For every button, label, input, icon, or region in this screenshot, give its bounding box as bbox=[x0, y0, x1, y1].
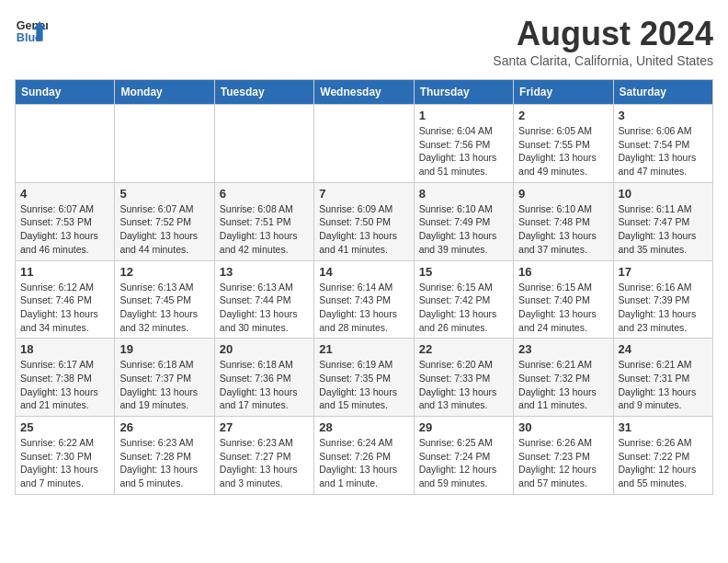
day-number: 30 bbox=[518, 420, 608, 434]
calendar-cell: 2Sunrise: 6:05 AM Sunset: 7:55 PM Daylig… bbox=[514, 105, 613, 183]
day-number: 28 bbox=[319, 420, 408, 434]
calendar-cell: 6Sunrise: 6:08 AM Sunset: 7:51 PM Daylig… bbox=[214, 182, 313, 260]
day-info: Sunrise: 6:21 AM Sunset: 7:31 PM Dayligh… bbox=[619, 358, 708, 412]
day-info: Sunrise: 6:12 AM Sunset: 7:46 PM Dayligh… bbox=[20, 281, 109, 335]
day-number: 25 bbox=[20, 420, 109, 434]
day-number: 26 bbox=[119, 420, 209, 434]
day-number: 29 bbox=[419, 420, 508, 434]
calendar-cell: 30Sunrise: 6:26 AM Sunset: 7:23 PM Dayli… bbox=[514, 417, 613, 495]
calendar-cell: 25Sunrise: 6:22 AM Sunset: 7:30 PM Dayli… bbox=[16, 417, 115, 495]
day-number: 4 bbox=[20, 187, 109, 201]
day-info: Sunrise: 6:05 AM Sunset: 7:55 PM Dayligh… bbox=[518, 124, 608, 178]
month-year-title: August 2024 bbox=[493, 15, 713, 53]
calendar-cell: 22Sunrise: 6:20 AM Sunset: 7:33 PM Dayli… bbox=[414, 339, 513, 417]
day-info: Sunrise: 6:07 AM Sunset: 7:53 PM Dayligh… bbox=[20, 202, 109, 257]
logo-icon: General Blue bbox=[15, 15, 48, 48]
calendar-cell: 23Sunrise: 6:21 AM Sunset: 7:32 PM Dayli… bbox=[514, 339, 613, 417]
calendar-cell: 10Sunrise: 6:11 AM Sunset: 7:47 PM Dayli… bbox=[613, 182, 712, 260]
day-info: Sunrise: 6:20 AM Sunset: 7:33 PM Dayligh… bbox=[419, 358, 508, 412]
day-info: Sunrise: 6:16 AM Sunset: 7:39 PM Dayligh… bbox=[619, 281, 708, 335]
day-info: Sunrise: 6:11 AM Sunset: 7:47 PM Dayligh… bbox=[619, 202, 708, 257]
calendar-cell: 7Sunrise: 6:09 AM Sunset: 7:50 PM Daylig… bbox=[314, 182, 414, 260]
calendar-cell: 20Sunrise: 6:18 AM Sunset: 7:36 PM Dayli… bbox=[214, 339, 313, 417]
calendar-week-row-3: 11Sunrise: 6:12 AM Sunset: 7:46 PM Dayli… bbox=[16, 260, 713, 339]
calendar-cell: 1Sunrise: 6:04 AM Sunset: 7:56 PM Daylig… bbox=[414, 105, 513, 183]
day-info: Sunrise: 6:17 AM Sunset: 7:38 PM Dayligh… bbox=[20, 358, 109, 412]
calendar-cell: 17Sunrise: 6:16 AM Sunset: 7:39 PM Dayli… bbox=[613, 260, 712, 339]
calendar-cell: 8Sunrise: 6:10 AM Sunset: 7:49 PM Daylig… bbox=[414, 182, 513, 260]
day-number: 18 bbox=[20, 342, 109, 356]
day-number: 24 bbox=[619, 342, 708, 356]
day-info: Sunrise: 6:13 AM Sunset: 7:44 PM Dayligh… bbox=[220, 281, 309, 335]
day-info: Sunrise: 6:07 AM Sunset: 7:52 PM Dayligh… bbox=[119, 202, 209, 257]
calendar-week-row-5: 25Sunrise: 6:22 AM Sunset: 7:30 PM Dayli… bbox=[16, 417, 713, 495]
day-number: 16 bbox=[518, 265, 608, 279]
day-number: 27 bbox=[220, 420, 309, 434]
calendar-cell bbox=[314, 105, 414, 183]
day-number: 21 bbox=[319, 342, 408, 356]
calendar-cell: 3Sunrise: 6:06 AM Sunset: 7:54 PM Daylig… bbox=[613, 105, 712, 183]
calendar-cell: 11Sunrise: 6:12 AM Sunset: 7:46 PM Dayli… bbox=[16, 260, 115, 339]
calendar-cell: 27Sunrise: 6:23 AM Sunset: 7:27 PM Dayli… bbox=[214, 417, 313, 495]
day-info: Sunrise: 6:15 AM Sunset: 7:42 PM Dayligh… bbox=[419, 281, 508, 335]
day-number: 23 bbox=[518, 342, 608, 356]
calendar-cell: 19Sunrise: 6:18 AM Sunset: 7:37 PM Dayli… bbox=[115, 339, 214, 417]
calendar-cell: 24Sunrise: 6:21 AM Sunset: 7:31 PM Dayli… bbox=[613, 339, 712, 417]
day-info: Sunrise: 6:15 AM Sunset: 7:40 PM Dayligh… bbox=[518, 281, 608, 335]
day-info: Sunrise: 6:09 AM Sunset: 7:50 PM Dayligh… bbox=[319, 202, 408, 257]
calendar-cell: 9Sunrise: 6:10 AM Sunset: 7:48 PM Daylig… bbox=[514, 182, 613, 260]
weekday-header-friday: Friday bbox=[514, 80, 613, 105]
day-number: 8 bbox=[419, 187, 508, 201]
day-info: Sunrise: 6:06 AM Sunset: 7:54 PM Dayligh… bbox=[619, 124, 708, 178]
day-number: 15 bbox=[419, 265, 508, 279]
weekday-header-monday: Monday bbox=[115, 80, 214, 105]
header: General Blue August 2024 Santa Clarita, … bbox=[15, 15, 713, 68]
calendar-cell: 5Sunrise: 6:07 AM Sunset: 7:52 PM Daylig… bbox=[115, 182, 214, 260]
calendar-cell: 14Sunrise: 6:14 AM Sunset: 7:43 PM Dayli… bbox=[314, 260, 414, 339]
calendar-week-row-1: 1Sunrise: 6:04 AM Sunset: 7:56 PM Daylig… bbox=[16, 105, 713, 183]
calendar-table: SundayMondayTuesdayWednesdayThursdayFrid… bbox=[15, 79, 713, 495]
day-info: Sunrise: 6:14 AM Sunset: 7:43 PM Dayligh… bbox=[319, 281, 408, 335]
day-number: 3 bbox=[619, 109, 708, 122]
day-number: 31 bbox=[619, 420, 708, 434]
weekday-header-thursday: Thursday bbox=[414, 80, 513, 105]
day-info: Sunrise: 6:24 AM Sunset: 7:26 PM Dayligh… bbox=[319, 436, 408, 490]
location-subtitle: Santa Clarita, California, United States bbox=[493, 53, 713, 68]
day-number: 2 bbox=[518, 109, 608, 122]
calendar-cell: 15Sunrise: 6:15 AM Sunset: 7:42 PM Dayli… bbox=[414, 260, 513, 339]
day-info: Sunrise: 6:26 AM Sunset: 7:23 PM Dayligh… bbox=[518, 436, 608, 490]
day-number: 6 bbox=[220, 187, 309, 201]
calendar-week-row-4: 18Sunrise: 6:17 AM Sunset: 7:38 PM Dayli… bbox=[16, 339, 713, 417]
weekday-header-tuesday: Tuesday bbox=[214, 80, 313, 105]
day-number: 17 bbox=[619, 265, 708, 279]
calendar-cell: 21Sunrise: 6:19 AM Sunset: 7:35 PM Dayli… bbox=[314, 339, 414, 417]
calendar-cell: 4Sunrise: 6:07 AM Sunset: 7:53 PM Daylig… bbox=[16, 182, 115, 260]
day-info: Sunrise: 6:08 AM Sunset: 7:51 PM Dayligh… bbox=[220, 202, 309, 257]
logo: General Blue bbox=[15, 15, 48, 48]
day-info: Sunrise: 6:04 AM Sunset: 7:56 PM Dayligh… bbox=[419, 124, 508, 178]
day-number: 12 bbox=[119, 265, 209, 279]
day-info: Sunrise: 6:21 AM Sunset: 7:32 PM Dayligh… bbox=[518, 358, 608, 412]
day-info: Sunrise: 6:25 AM Sunset: 7:24 PM Dayligh… bbox=[419, 436, 508, 490]
day-number: 9 bbox=[518, 187, 608, 201]
day-number: 22 bbox=[419, 342, 508, 356]
day-info: Sunrise: 6:18 AM Sunset: 7:37 PM Dayligh… bbox=[119, 358, 209, 412]
weekday-header-row: SundayMondayTuesdayWednesdayThursdayFrid… bbox=[16, 80, 713, 105]
weekday-header-sunday: Sunday bbox=[16, 80, 115, 105]
day-number: 7 bbox=[319, 187, 408, 201]
calendar-cell: 16Sunrise: 6:15 AM Sunset: 7:40 PM Dayli… bbox=[514, 260, 613, 339]
weekday-header-saturday: Saturday bbox=[613, 80, 712, 105]
calendar-week-row-2: 4Sunrise: 6:07 AM Sunset: 7:53 PM Daylig… bbox=[16, 182, 713, 260]
calendar-cell bbox=[115, 105, 214, 183]
day-info: Sunrise: 6:10 AM Sunset: 7:49 PM Dayligh… bbox=[419, 202, 508, 257]
day-number: 1 bbox=[419, 109, 508, 122]
day-number: 20 bbox=[220, 342, 309, 356]
day-info: Sunrise: 6:18 AM Sunset: 7:36 PM Dayligh… bbox=[220, 358, 309, 412]
day-number: 10 bbox=[619, 187, 708, 201]
day-info: Sunrise: 6:23 AM Sunset: 7:28 PM Dayligh… bbox=[119, 436, 209, 490]
day-info: Sunrise: 6:13 AM Sunset: 7:45 PM Dayligh… bbox=[119, 281, 209, 335]
calendar-cell: 28Sunrise: 6:24 AM Sunset: 7:26 PM Dayli… bbox=[314, 417, 414, 495]
weekday-header-wednesday: Wednesday bbox=[314, 80, 414, 105]
day-info: Sunrise: 6:26 AM Sunset: 7:22 PM Dayligh… bbox=[619, 436, 708, 490]
day-info: Sunrise: 6:10 AM Sunset: 7:48 PM Dayligh… bbox=[518, 202, 608, 257]
